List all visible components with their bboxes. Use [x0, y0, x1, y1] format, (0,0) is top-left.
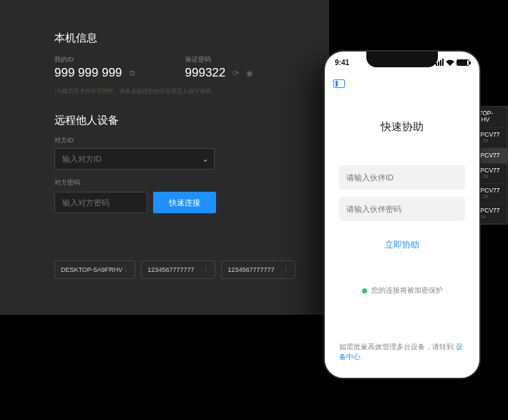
battery-icon: [456, 59, 469, 66]
phone-body: 快速协助 立即协助 您的连接将被加密保护 如需批量高效管理多台设备，请转到 设备…: [325, 94, 479, 378]
phone-time: 9:41: [335, 59, 349, 67]
history-row: DESKTOP-5A9FRHV ⋮ 1234567777777 ⋮ 123456…: [54, 260, 309, 279]
history-card[interactable]: 1234567777777 ⋮: [221, 260, 295, 279]
more-icon[interactable]: ⋮: [283, 266, 289, 273]
local-ids-row: 我的ID 999 999 999 ⧉ 验证密码 999322 ⟳ ◉: [54, 55, 309, 80]
local-id-label: 我的ID: [54, 55, 135, 64]
remote-heading: 远程他人设备: [54, 114, 309, 127]
phone-footer-text: 如需批量高效管理多台设备，请转到: [339, 343, 456, 351]
remote-id-input[interactable]: [54, 148, 215, 170]
phone-secure-text: 您的连接将被加密保护: [371, 285, 443, 296]
local-pw-label: 验证密码: [185, 55, 254, 64]
history-card[interactable]: DESKTOP-5A9FRHV ⋮: [54, 260, 135, 279]
desktop-window: 本机信息 我的ID 999 999 999 ⧉ 验证密码 999322 ⟳ ◉ …: [0, 0, 329, 315]
local-id-value: 999 999 999: [54, 66, 122, 80]
phone-id-input[interactable]: [339, 165, 465, 190]
connect-button[interactable]: 快速连接: [153, 192, 216, 213]
security-hint: *为提高安全性和可用性，请务必链接您的开放原无人值守密码: [54, 87, 309, 95]
copy-icon[interactable]: ⧉: [130, 69, 135, 78]
local-pw-field: 验证密码 999322 ⟳ ◉: [185, 55, 254, 80]
phone-title: 快速协助: [381, 120, 424, 134]
eye-icon[interactable]: ◉: [246, 69, 253, 78]
phone-mockup: 9:41 快速协助 立即协助 您的连接将被加密保护 如需批量高效管理多台设备，请…: [323, 50, 481, 379]
phone-secure-note: 您的连接将被加密保护: [362, 285, 443, 296]
history-label: 1234567777777: [228, 266, 274, 273]
history-label: DESKTOP-5A9FRHV: [61, 266, 122, 273]
secure-dot-icon: [362, 288, 367, 293]
history-card[interactable]: 1234567777777 ⋮: [141, 260, 215, 279]
phone-footer: 如需批量高效管理多台设备，请转到 设备中心: [339, 342, 465, 362]
local-id-field: 我的ID 999 999 999 ⧉: [54, 55, 135, 80]
more-icon[interactable]: ⋮: [122, 266, 129, 273]
local-pw-value: 999322: [185, 66, 226, 80]
devices-icon[interactable]: [333, 79, 345, 88]
main-panel: 本机信息 我的ID 999 999 999 ⧉ 验证密码 999322 ⟳ ◉ …: [26, 14, 329, 315]
local-heading: 本机信息: [54, 31, 309, 45]
remote-id-label: 对方ID: [54, 136, 309, 145]
phone-assist-button[interactable]: 立即协助: [339, 233, 465, 257]
refresh-icon[interactable]: ⟳: [233, 69, 239, 78]
phone-notch: [366, 52, 438, 67]
remote-pw-input[interactable]: [54, 192, 147, 213]
history-label: 1234567777777: [147, 266, 194, 273]
remote-pw-label: 对方密码: [54, 178, 309, 187]
wifi-icon: [446, 59, 454, 66]
phone-navbar: [325, 73, 479, 94]
more-icon[interactable]: ⋮: [202, 266, 209, 273]
phone-pw-input[interactable]: [339, 197, 465, 221]
